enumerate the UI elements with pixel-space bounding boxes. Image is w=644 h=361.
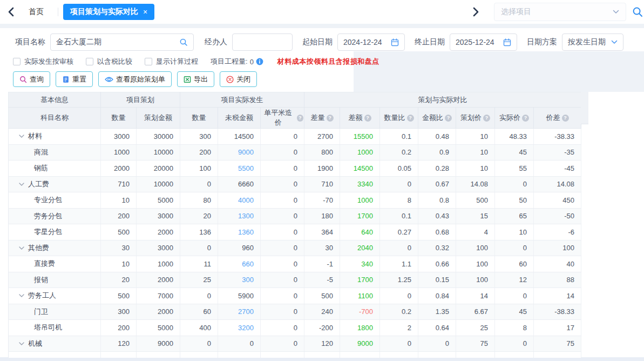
column-header: 科目名称 [9, 108, 101, 129]
value-cell: 400 [180, 320, 218, 336]
value-cell: 5900 [218, 288, 261, 304]
calendar-icon[interactable] [391, 38, 399, 46]
value-cell: 10 [456, 144, 495, 161]
collapse-chevron-icon[interactable] [19, 342, 24, 345]
checkbox-box[interactable] [13, 58, 21, 65]
close-button[interactable]: 关闭 [220, 71, 257, 87]
column-header: 数量 [101, 108, 137, 129]
value-cell: 75 [456, 336, 495, 352]
start-date-field[interactable] [337, 34, 405, 51]
info-icon[interactable] [256, 58, 263, 65]
start-date-input[interactable] [343, 38, 388, 46]
value-cell: -70 [304, 192, 340, 209]
project-name-input[interactable] [56, 38, 176, 46]
empty-cell [9, 352, 101, 358]
export-button[interactable]: 导出 [177, 71, 214, 87]
account-name-cell: 材料 [9, 129, 101, 145]
amount-link-cell[interactable]: 1300 [218, 208, 261, 224]
help-icon[interactable]: ? [364, 115, 371, 122]
amount-link-cell[interactable]: 5500 [218, 161, 261, 177]
options-bar: 实际发生按审核 以含税比较 显示计算过程 项目工程量: 0 材料成本按领料且含报… [13, 57, 379, 66]
value-cell: 1000 [101, 144, 137, 161]
checkbox-actual-audited[interactable]: 实际发生按审核 [13, 57, 73, 66]
project-quantity: 项目工程量: 0 [211, 57, 263, 66]
collapse-chevron-icon[interactable] [19, 183, 24, 186]
value-cell: 6660 [218, 176, 261, 192]
value-cell: 14500 [340, 161, 380, 177]
help-icon[interactable]: ? [483, 115, 490, 122]
help-icon[interactable]: ? [445, 115, 452, 122]
help-icon[interactable]: ? [407, 115, 414, 122]
end-date-input[interactable] [456, 38, 500, 46]
column-header-row: 科目名称数量策划金额数量未税金额单平米造价?差量?差额?数量比?金额比?策划价?… [9, 108, 581, 129]
help-icon[interactable]: ? [562, 115, 569, 122]
amount-link-cell[interactable]: 660 [218, 256, 261, 272]
account-name-cell: 劳务工人 [9, 288, 101, 304]
date-scheme-select[interactable]: 按发生日期 [562, 34, 623, 51]
column-header: 单平米造价? [261, 108, 304, 129]
empty-row [9, 352, 581, 358]
value-cell: -45 [534, 161, 581, 177]
handler-field[interactable] [232, 34, 293, 51]
value-cell: 100 [534, 240, 581, 256]
search-icon[interactable] [632, 6, 643, 19]
document-icon [62, 76, 70, 83]
filter-bar: 项目名称 经办人 起始日期 终止日期 日期方案 按发生日期 [15, 34, 623, 51]
value-cell: 200 [101, 208, 137, 224]
value-cell: 0 [261, 192, 304, 209]
empty-cell [101, 352, 137, 358]
amount-link-cell[interactable]: 300 [218, 272, 261, 288]
value-cell: 100 [456, 240, 495, 256]
query-button-label: 查询 [30, 75, 44, 84]
eye-icon [105, 76, 113, 83]
amount-link-cell[interactable]: 4000 [218, 192, 261, 209]
horizontal-scrollbar-track[interactable] [0, 357, 644, 361]
value-cell: 2000 [137, 272, 180, 288]
checkbox-tax-included[interactable]: 以含税比较 [86, 57, 132, 66]
tab-project-comparison[interactable]: 项目策划与实际对比 × [63, 4, 154, 20]
help-icon[interactable]: ? [327, 115, 334, 122]
value-cell: 10 [456, 161, 495, 177]
value-cell: 0 [261, 129, 304, 145]
empty-cell [340, 352, 380, 358]
forward-chevron-icon[interactable] [473, 7, 479, 17]
value-cell: 960 [218, 240, 261, 256]
tab-close-icon[interactable]: × [143, 8, 147, 16]
amount-link-cell[interactable]: 3200 [218, 320, 261, 336]
value-cell: 75 [534, 336, 581, 352]
value-cell: 2000 [137, 224, 180, 240]
amount-link-cell[interactable]: 1360 [218, 224, 261, 240]
value-cell: 0.1 [380, 129, 418, 145]
project-select[interactable]: 选择项目 [494, 3, 626, 21]
value-cell: 48.33 [495, 129, 534, 145]
amount-link-cell[interactable]: 2700 [218, 304, 261, 320]
collapse-chevron-icon[interactable] [19, 294, 24, 297]
back-chevron-icon[interactable] [8, 7, 14, 17]
end-date-label: 终止日期 [415, 37, 445, 47]
checkbox-box[interactable] [145, 58, 152, 65]
calendar-icon[interactable] [503, 38, 511, 46]
value-cell: 0 [495, 240, 534, 256]
start-date-label: 起始日期 [302, 37, 333, 47]
checkbox-show-calculation[interactable]: 显示计算过程 [145, 57, 198, 66]
help-icon[interactable]: ? [297, 115, 304, 122]
value-cell: 500 [456, 192, 495, 209]
tab-home[interactable]: 首页 [29, 7, 44, 17]
column-header: 策划价? [456, 108, 495, 129]
help-icon[interactable]: ? [522, 115, 529, 122]
end-date-field[interactable] [450, 34, 517, 51]
checkbox-box[interactable] [86, 58, 93, 65]
collapse-chevron-icon[interactable] [19, 246, 24, 250]
value-cell: 11 [180, 256, 218, 272]
search-icon[interactable] [179, 38, 188, 46]
project-name-field[interactable] [50, 34, 194, 51]
value-cell: 1.35 [418, 304, 456, 320]
amount-link-cell[interactable]: 9000 [218, 144, 261, 161]
value-cell: 1000 [340, 192, 380, 209]
collapse-chevron-icon[interactable] [19, 135, 24, 138]
reset-button[interactable]: 重置 [56, 71, 93, 87]
query-button[interactable]: 查询 [13, 71, 50, 87]
handler-input[interactable] [238, 38, 287, 46]
table-row: 零星分包5002000136136003646400.270.68410-6 [9, 224, 581, 240]
view-original-plan-button[interactable]: 查看原始策划单 [98, 71, 172, 87]
